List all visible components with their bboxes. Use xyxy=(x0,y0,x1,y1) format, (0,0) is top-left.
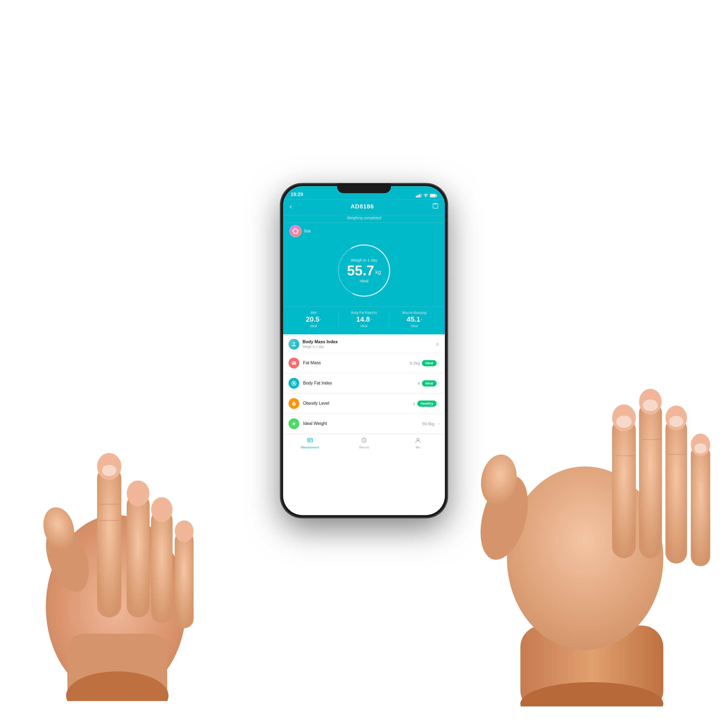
ideal-weight-chevron: › xyxy=(438,421,439,426)
list-item-idealweight[interactable]: Ideal Weight 59.5kg › xyxy=(283,414,445,434)
list-item-bodyfatindex[interactable]: Body Fat Index 4 Ideal › xyxy=(283,373,445,393)
fat-mass-chevron: › xyxy=(438,361,439,366)
stat-bodyfat[interactable]: Body Fat Rate(%) 14.8 · Ideal xyxy=(339,311,389,328)
stat-bmi-dot: · xyxy=(320,317,321,323)
weight-info: Weigh in 1 day 55.7 kg Ideal xyxy=(347,258,381,283)
stat-muscle-label: Muscle Mass(kg) xyxy=(402,311,427,315)
hand-left xyxy=(14,310,216,701)
stat-bmi-label: BMI xyxy=(310,311,316,315)
phone-device: 19:29 xyxy=(280,184,448,518)
tab-record[interactable]: Record xyxy=(337,437,391,449)
header: ‹ AD8186 xyxy=(283,200,445,215)
weight-label: Weigh in 1 day xyxy=(351,258,378,262)
hand-right xyxy=(480,262,723,707)
weight-status: Ideal xyxy=(360,278,369,283)
svg-line-46 xyxy=(364,440,365,440)
obesity-level-value: 1 xyxy=(413,401,415,406)
svg-rect-59 xyxy=(691,445,710,566)
user-name: lisa xyxy=(304,229,310,234)
svg-rect-19 xyxy=(421,194,422,197)
body-fat-index-value: 4 xyxy=(418,381,420,385)
tab-measurement-label: Measurement xyxy=(301,446,319,449)
stat-bmi-value: 20.5 xyxy=(306,315,320,324)
section-bmi-icon xyxy=(289,339,299,349)
svg-rect-30 xyxy=(292,361,296,364)
tab-measurement-icon xyxy=(307,437,313,445)
fat-mass-value: 8.2kg xyxy=(410,361,420,366)
screen: 19:29 xyxy=(283,186,445,515)
section-header[interactable]: Body Mass Index Weigh in 1 day ∧ xyxy=(283,334,445,353)
svg-point-10 xyxy=(175,520,194,542)
svg-rect-57 xyxy=(665,418,687,564)
svg-point-38 xyxy=(293,401,295,403)
body-fat-index-badge: Ideal xyxy=(422,380,436,386)
stat-muscle[interactable]: Muscle Mass(kg) 45.1 · Ideal xyxy=(389,311,439,328)
share-button[interactable] xyxy=(433,203,438,210)
weight-circle: Weigh in 1 day 55.7 kg Ideal xyxy=(334,241,394,300)
svg-point-29 xyxy=(294,343,294,344)
svg-rect-23 xyxy=(430,194,436,197)
svg-rect-16 xyxy=(416,196,417,197)
svg-rect-22 xyxy=(436,195,437,196)
fat-mass-label: Fat Mass xyxy=(303,361,410,366)
scene: 19:29 xyxy=(0,0,728,728)
section-info: Body Mass Index Weigh in 1 day xyxy=(303,340,338,349)
svg-rect-9 xyxy=(175,531,194,628)
obesity-level-chevron: › xyxy=(438,401,439,406)
svg-point-65 xyxy=(642,399,658,411)
stats-row: BMI 20.5 · Ideal Body Fat Rate(%) 14.8 · xyxy=(283,307,445,334)
stat-bmi[interactable]: BMI 20.5 · Ideal xyxy=(289,311,339,328)
card-area: Body Mass Index Weigh in 1 day ∧ xyxy=(283,334,445,434)
svg-point-39 xyxy=(293,403,295,405)
svg-point-35 xyxy=(293,382,295,384)
stat-muscle-status: Ideal xyxy=(411,324,418,328)
ideal-weight-icon xyxy=(289,418,299,429)
subtitle-text: Weighing completed xyxy=(347,216,381,220)
obesity-level-badge: Healthy xyxy=(418,401,436,407)
list-item-obesitylevel[interactable]: Obesity Level 1 Healthy › xyxy=(283,394,445,413)
section-subtitle: Weigh in 1 day xyxy=(303,345,338,349)
weight-unit: kg xyxy=(375,269,381,275)
fat-mass-badge: Ideal xyxy=(422,360,436,366)
svg-point-67 xyxy=(694,443,707,454)
user-row: 🌸 lisa xyxy=(283,225,445,241)
status-icons xyxy=(416,194,437,197)
body-fat-index-label: Body Fat Index xyxy=(303,381,418,385)
obesity-level-icon xyxy=(289,398,299,409)
header-title: AD8186 xyxy=(350,203,374,210)
ideal-weight-value: 59.5kg xyxy=(422,421,434,426)
hero-section: 🌸 lisa Weigh in 1 day 55.7 xyxy=(283,222,445,307)
section-title: Body Mass Index xyxy=(303,340,338,344)
svg-rect-31 xyxy=(292,362,294,363)
signal-icon xyxy=(416,194,422,197)
svg-point-8 xyxy=(151,497,173,522)
weight-value: 55.7 xyxy=(347,263,374,277)
wifi-icon xyxy=(423,194,428,197)
stat-bodyfat-value: 14.8 xyxy=(356,315,370,324)
stat-bodyfat-status: Ideal xyxy=(361,324,367,328)
list-item-fatmass[interactable]: Fat Mass 8.2kg Ideal › xyxy=(283,353,445,373)
svg-point-64 xyxy=(616,415,632,428)
phone-wrapper: 19:29 xyxy=(280,184,448,518)
tab-record-icon xyxy=(361,437,367,445)
svg-rect-53 xyxy=(612,418,636,558)
svg-point-20 xyxy=(425,196,426,197)
stat-muscle-value: 45.1 xyxy=(407,315,421,324)
status-time: 19:29 xyxy=(291,192,303,197)
tab-measurement[interactable]: Measurement xyxy=(283,437,337,449)
svg-point-6 xyxy=(127,480,149,506)
svg-point-66 xyxy=(669,416,684,427)
tab-me-icon xyxy=(415,437,421,445)
ideal-weight-label: Ideal Weight xyxy=(303,421,422,426)
stat-bmi-status: Ideal xyxy=(310,324,317,328)
back-button[interactable]: ‹ xyxy=(290,202,292,211)
stat-bodyfat-label: Body Fat Rate(%) xyxy=(351,311,377,315)
stat-muscle-dot: · xyxy=(421,317,422,323)
svg-point-15 xyxy=(102,465,117,476)
avatar: 🌸 xyxy=(290,225,301,237)
svg-point-47 xyxy=(417,438,419,440)
body-fat-index-chevron: › xyxy=(438,381,439,385)
tab-me[interactable]: Me xyxy=(391,437,445,449)
stat-bodyfat-dot: · xyxy=(370,317,372,323)
section-chevron-icon: ∧ xyxy=(436,341,439,347)
